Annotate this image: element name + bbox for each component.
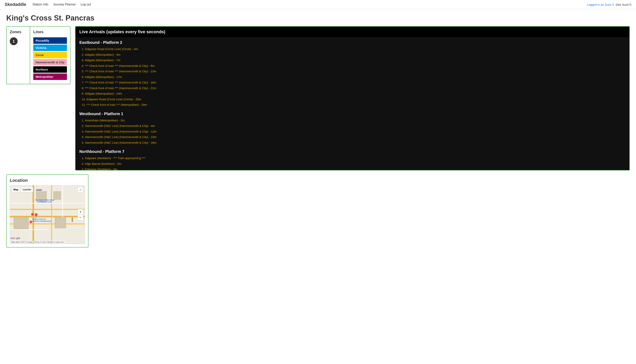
location-heading: Location [10,178,85,183]
map-location-pin: 📍 [33,213,40,219]
arrival-item: 8. *** Check front of train *** (Hammers… [80,86,625,91]
arrival-item: 1. Amersham (Metropolitan) - 2m [80,118,625,123]
location-box: Location A5203 King's Cross [6,174,89,248]
arrival-item: 3. Hammersmith (H&C Line) (Hammersmith &… [80,129,625,134]
live-arrivals-panel: Live Arrivals (updates every five second… [75,26,630,170]
map-container: A5203 King's Cross St.Pancras Undergroun… [10,185,85,244]
arrival-item: 9. Aldgate (Metropolitan) - 24m [80,91,625,96]
lines-list: PiccadillyVictoriaCircleHammersmith & Ci… [33,37,67,80]
arrival-item: 2. High Barnet (Northern) - 3m [80,161,625,167]
line-item-circle: Circle [33,52,67,58]
arrival-item: 3. Aldgate (Metropolitan) - 7m [80,58,625,63]
arrival-item: 4. *** Check front of train *** (Hammers… [80,63,625,69]
navigation: Skedaddle Station Info Journey Planner L… [0,0,636,9]
not-user-link[interactable]: (Not Suze?) [616,3,631,6]
line-item-metropolitan: Metropolitan [33,74,67,80]
map-person-icon: 🧍 [70,218,75,222]
map-attribution: Map data ©2017 Google | Terms of Use | R… [11,241,65,244]
nav-links: Station Info Journey Planner Log out [33,3,587,6]
map-road-label-a5203: A5203 [36,189,42,191]
zoom-in-button[interactable]: + [78,209,83,215]
zone-badge: 1 [10,37,18,45]
google-logo: Google [11,236,20,240]
zoom-out-button[interactable]: − [78,215,83,220]
arrival-item: 10. Edgware Road (Circle Line) (Circle) … [80,96,625,102]
nav-user-info: Logged in as Suze S (Not Suze?) [587,3,631,6]
nav-station-info[interactable]: Station Info [33,3,48,6]
nav-journey-planner[interactable]: Journey Planner [53,3,76,6]
top-section: Zones 1 Lines PiccadillyVictoriaCircleHa… [6,26,630,170]
live-arrivals-header: Live Arrivals (updates every five second… [76,26,629,37]
line-item-piccadilly: Piccadilly [33,37,67,44]
line-item-northern: Northern [33,66,67,73]
lines-heading: Lines [33,30,67,34]
page-title: King's Cross St. Pancras [6,14,630,22]
arrival-item: 3. Edgware (Northern) - 9m [80,166,625,170]
line-item-victoria: Victoria [33,44,67,51]
logged-in-user[interactable]: Logged in as Suze S [587,3,614,6]
nav-logout[interactable]: Log out [81,3,91,6]
zones-lines-container: Zones 1 Lines PiccadillyVictoriaCircleHa… [6,26,71,84]
line-item-hammersmith-and-city: Hammersmith & City [33,59,67,66]
arrival-item: 5. *** Check front of train *** (Hammers… [80,68,625,74]
platform-section: Westbound - Platform 11. Amersham (Metro… [80,112,625,146]
arrivals-body: Eastbound - Platform 21. Edgware Road (C… [76,37,629,170]
main-content: King's Cross St. Pancras Zones 1 Lines P… [0,9,636,252]
arrival-item: 2. Aldgate (Metropolitan) - 4m [80,52,625,58]
platform-section: Northbound - Platform 71. Edgware (North… [80,149,625,170]
map-controls: Map Satellite [12,187,33,192]
platform-heading: Northbound - Platform 7 [80,149,625,154]
zones-box: Zones 1 [7,26,30,84]
map-harry-potter-label: The Harry Potter Shopat Platform 9 3/4 [36,199,54,203]
arrival-item: 5. Hammersmith (H&C Line) (Hammersmith &… [80,140,625,146]
satellite-view-button[interactable]: Satellite [21,187,33,192]
map-placeholder: A5203 King's Cross St.Pancras Undergroun… [10,186,85,244]
arrival-item: 1. Edgware (Northern) - *** Train approa… [80,156,625,161]
arrival-item: 11. *** Check front of train *** (Metrop… [80,102,625,108]
map-tube-icon-2: 🔴 [29,220,32,223]
map-expand-button[interactable]: ⤢ [78,187,83,192]
lines-box: Lines PiccadillyVictoriaCircleHammersmit… [30,26,70,84]
arrival-item: 7. *** Check front of train *** (Hammers… [80,80,625,86]
arrival-item: 1. Edgware Road (Circle Line) (Circle) -… [80,46,625,52]
platform-heading: Eastbound - Platform 2 [80,40,625,45]
platform-heading: Westbound - Platform 1 [80,112,625,116]
map-zoom-controls: + − [78,209,83,220]
arrival-item: 6. Aldgate (Metropolitan) - 17m [80,74,625,80]
arrival-item: 2. Hammersmith (H&C Line) (Hammersmith &… [80,123,625,129]
arrival-item: 4. Hammersmith (H&C Line) (Hammersmith &… [80,134,625,140]
zones-heading: Zones [10,30,27,34]
platform-section: Eastbound - Platform 21. Edgware Road (C… [80,40,625,108]
brand-logo[interactable]: Skedaddle [5,2,26,7]
map-view-button[interactable]: Map [12,187,20,192]
